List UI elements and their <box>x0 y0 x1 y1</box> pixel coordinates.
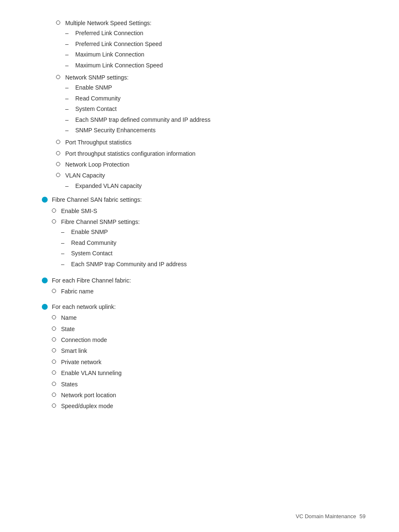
item-text: Maximum Link Connection <box>75 50 366 59</box>
item-text: Preferred Link Connection <box>75 28 366 38</box>
level3-list: – Enable SNMP – Read Community – System … <box>65 83 366 135</box>
circle-bullet <box>52 348 56 352</box>
dash-bullet: – <box>65 39 72 49</box>
circle-bullet <box>52 360 56 364</box>
item-text: Network port location <box>61 391 366 400</box>
circle-bullet <box>56 162 60 166</box>
list-item: – Read Community <box>61 238 366 247</box>
item-text: Enable SMI-S <box>61 206 366 216</box>
list-item: Port Throughput statistics <box>56 138 366 147</box>
item-text: Smart link <box>61 346 366 355</box>
list-item: Port throughput statistics configuration… <box>56 149 366 158</box>
circle-bullet <box>52 337 56 342</box>
level2-list: Name State Connection mode Smart li <box>52 313 366 411</box>
footer-page: 59 <box>360 513 366 519</box>
dash-bullet: – <box>65 115 72 124</box>
circle-bullet <box>52 219 56 224</box>
list-item: – Maximum Link Connection Speed <box>65 61 366 70</box>
circle-bullet <box>52 370 56 375</box>
list-item: Speed/duplex mode <box>52 401 366 411</box>
filled-bullet <box>42 278 48 283</box>
list-item: – Enable SNMP <box>65 83 366 92</box>
level3-list: – Enable SNMP – Read Community – <box>61 227 366 269</box>
level2-list: Fabric name <box>52 287 366 296</box>
item-text: Connection mode <box>61 335 366 344</box>
dash-bullet: – <box>61 227 68 236</box>
item-text: Read Community <box>75 94 366 103</box>
item-text: Multiple Network Speed Settings: – Prefe… <box>65 18 366 71</box>
list-item: – Each SNMP trap Community and IP addres… <box>61 260 366 269</box>
dash-bullet: – <box>65 61 72 70</box>
dash-bullet: – <box>65 126 72 135</box>
list-item: Private network <box>52 357 366 367</box>
list-item: – Enable SNMP <box>61 227 366 236</box>
list-item: – Each SNMP trap defined community and I… <box>65 115 366 124</box>
item-text: Read Community <box>71 238 366 247</box>
item-text: Each SNMP trap Community and IP address <box>71 260 366 269</box>
item-text: Enable SNMP <box>75 83 366 92</box>
list-item: For each Fibre Channel fabric: Fabric na… <box>42 276 366 298</box>
list-item: Enable SMI-S <box>52 206 366 216</box>
filled-bullet <box>42 197 48 203</box>
list-item: State <box>52 324 366 334</box>
dash-bullet: – <box>65 104 72 113</box>
item-text: For each Fibre Channel fabric: Fabric na… <box>52 276 366 298</box>
circle-bullet <box>52 289 56 293</box>
item-text: Fabric name <box>61 287 366 296</box>
list-item: – Expanded VLAN capacity <box>65 181 366 190</box>
list-item: Enable VLAN tunneling <box>52 368 366 378</box>
level3-list: – Preferred Link Connection – Preferred … <box>65 28 366 70</box>
dash-bullet: – <box>65 83 72 92</box>
list-item: States <box>52 380 366 389</box>
list-item: Name <box>52 313 366 322</box>
list-item: – Maximum Link Connection <box>65 50 366 59</box>
item-text: Maximum Link Connection Speed <box>75 61 366 70</box>
list-item: For each network uplink: Name State C <box>42 302 366 413</box>
circle-bullet <box>56 151 60 155</box>
content-area: Multiple Network Speed Settings: – Prefe… <box>42 18 366 413</box>
circle-bullet <box>52 315 56 319</box>
item-text: Expanded VLAN capacity <box>75 181 366 190</box>
circle-bullet <box>52 326 56 331</box>
page: Multiple Network Speed Settings: – Prefe… <box>0 0 399 532</box>
item-text: VLAN Capacity – Expanded VLAN capacity <box>65 171 366 192</box>
dash-bullet: – <box>65 94 72 103</box>
list-item: Fabric name <box>52 287 366 296</box>
level2-list: Enable SMI-S Fibre Channel SNMP settings… <box>52 206 366 270</box>
list-item: – Preferred Link Connection <box>65 28 366 38</box>
list-item: Network Loop Protection <box>56 160 366 169</box>
circle-bullet <box>56 140 60 144</box>
item-text: Private network <box>61 357 366 367</box>
circle-bullet <box>56 21 60 25</box>
list-item: – System Contact <box>65 104 366 113</box>
list-item: – SNMP Security Enhancements <box>65 126 366 135</box>
filled-bullet <box>42 304 48 310</box>
list-item: Multiple Network Speed Settings: – Prefe… <box>56 18 366 71</box>
list-item: Fibre Channel SAN fabric settings: Enabl… <box>42 195 366 272</box>
circle-bullet <box>52 208 56 213</box>
level3-list: – Expanded VLAN capacity <box>65 181 366 190</box>
item-text: Fibre Channel SNMP settings: – Enable SN… <box>61 217 366 270</box>
item-text: State <box>61 324 366 334</box>
footer: VC Domain Maintenance 59 <box>296 513 366 519</box>
item-text: Name <box>61 313 366 322</box>
circle-bullet <box>56 75 60 79</box>
dash-bullet: – <box>65 181 72 190</box>
item-text: Preferred Link Connection Speed <box>75 39 366 49</box>
item-text: System Contact <box>71 249 366 258</box>
list-item: – Read Community <box>65 94 366 103</box>
multiple-network-speed-sublist: Multiple Network Speed Settings: – Prefe… <box>56 18 366 192</box>
item-text: Port throughput statistics configuration… <box>65 149 366 158</box>
item-text: SNMP Security Enhancements <box>75 126 366 135</box>
item-text: Network Loop Protection <box>65 160 366 169</box>
list-item: Fibre Channel SNMP settings: – Enable SN… <box>52 217 366 270</box>
footer-label: VC Domain Maintenance <box>296 513 356 519</box>
item-text: States <box>61 380 366 389</box>
dash-bullet: – <box>61 238 68 247</box>
main-list: Fibre Channel SAN fabric settings: Enabl… <box>42 195 366 412</box>
item-text: Network SNMP settings: – Enable SNMP – R… <box>65 73 366 136</box>
item-text: Speed/duplex mode <box>61 401 366 411</box>
item-text: For each network uplink: Name State C <box>52 302 366 413</box>
footer-text: VC Domain Maintenance 59 <box>296 513 366 519</box>
item-text: Enable VLAN tunneling <box>61 368 366 378</box>
